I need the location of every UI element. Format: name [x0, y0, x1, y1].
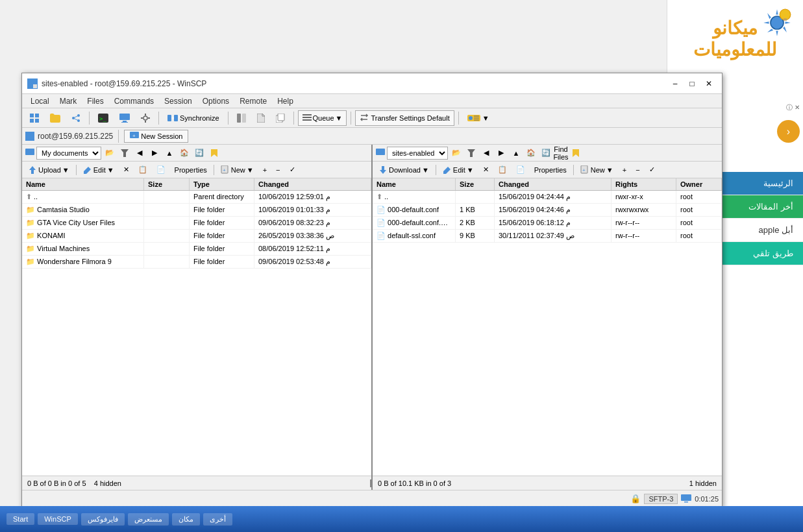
menu-mark[interactable]: Mark — [55, 95, 82, 107]
settings-btn[interactable] — [136, 110, 154, 126]
new-session-btn[interactable]: + New Session — [124, 130, 188, 143]
left-nav-up[interactable]: ▲ — [163, 147, 176, 160]
menu-options[interactable]: Options — [197, 95, 234, 107]
right-col-size[interactable]: Size — [456, 178, 495, 190]
left-nav-home[interactable]: 🏠 — [178, 147, 191, 160]
right-file-row-0[interactable]: 📄 000-default.conf 1 KB 15/06/2019 04:24… — [373, 204, 722, 217]
left-col-name[interactable]: Name — [22, 178, 144, 190]
menu-remote[interactable]: Remote — [234, 95, 272, 107]
left-col-type[interactable]: Type — [190, 178, 254, 190]
maximize-button[interactable]: □ — [684, 77, 700, 91]
right-delete-btn[interactable]: ✕ — [479, 163, 493, 177]
ad-close-button[interactable]: ⓘ ✕ — [783, 102, 803, 114]
svg-rect-49 — [376, 149, 385, 155]
left-nav-bookmarks[interactable] — [208, 147, 221, 160]
left-file-list[interactable]: Name Size Type Changed ⬆ .. Parent direc… — [22, 178, 371, 476]
right-file-row-1[interactable]: 📄 000-default.conf.save 2 KB 15/06/2019 … — [373, 217, 722, 230]
right-remove-btn[interactable]: − — [632, 163, 643, 177]
right-nav-forward[interactable]: ▶ — [495, 147, 508, 160]
right-properties-btn[interactable]: Properties — [530, 163, 571, 177]
left-remove-btn[interactable]: − — [272, 163, 284, 177]
left-edit-btn[interactable]: Edit ▼ — [79, 163, 118, 177]
right-add-btn[interactable]: + — [619, 163, 630, 177]
left-file-row-0[interactable]: 📁 Camtasia Studio File folder 10/06/2019… — [22, 204, 371, 217]
right-col-changed[interactable]: Changed — [495, 178, 612, 190]
menu-local[interactable]: Local — [25, 95, 55, 107]
right-file-list[interactable]: Name Size Changed Rights Owner ⬆ .. 15/0… — [373, 178, 722, 476]
left-col-size[interactable]: Size — [144, 178, 190, 190]
left-file-name-1: 📁 GTA Vice City User Files — [22, 217, 144, 229]
menu-session[interactable]: Session — [159, 95, 197, 107]
left-move-btn[interactable]: 📄 — [153, 163, 169, 177]
taskbar-item-3[interactable]: مستعرض — [128, 513, 169, 526]
left-nav-back[interactable]: ◀ — [133, 147, 146, 160]
left-file-row-4[interactable]: 📁 Wondershare Filmora 9 File folder 09/0… — [22, 256, 371, 269]
right-nav-bookmarks[interactable] — [569, 147, 582, 160]
taskbar-item-0[interactable]: Start — [6, 513, 34, 525]
left-file-row-1[interactable]: 📁 GTA Vice City User Files File folder 0… — [22, 217, 371, 230]
taskbar-item-1[interactable]: WinSCP — [38, 513, 78, 525]
right-find-files[interactable]: Find Files — [554, 147, 567, 160]
left-nav-refresh[interactable]: 🔄 — [193, 147, 206, 160]
left-new-btn[interactable]: + New ▼ — [217, 163, 258, 177]
minimize-button[interactable]: – — [667, 77, 683, 91]
left-delete-btn[interactable]: ✕ — [119, 163, 133, 177]
right-file-rights-0: rwxrwxrwx — [612, 204, 676, 216]
left-file-row-2[interactable]: 📁 KONAMI File folder 26/05/2019 03:38:36… — [22, 230, 371, 243]
right-edit-btn[interactable]: Edit ▼ — [439, 163, 478, 177]
queue-btn[interactable]: Queue ▼ — [298, 110, 347, 126]
download-btn[interactable]: Download ▼ — [375, 163, 433, 177]
left-col-changed[interactable]: Changed — [254, 178, 371, 190]
close-button[interactable]: ✕ — [701, 77, 717, 91]
copy-btn[interactable] — [271, 110, 290, 126]
site-manager-btn[interactable]: ▼ — [463, 110, 494, 126]
left-file-type-parent: Parent directory — [190, 191, 254, 203]
right-file-row-2[interactable]: 📄 default-ssl.conf 9 KB 30/11/2011 02:37… — [373, 230, 722, 243]
left-check-btn[interactable]: ✓ — [286, 163, 299, 177]
right-col-owner[interactable]: Owner — [676, 178, 722, 190]
right-col-name[interactable]: Name — [373, 178, 456, 190]
right-nav-open[interactable]: 📂 — [450, 147, 463, 160]
left-nav-open[interactable]: 📂 — [103, 147, 116, 160]
file-btn[interactable] — [253, 110, 269, 126]
left-nav-filter[interactable] — [118, 147, 131, 160]
right-col-rights[interactable]: Rights — [612, 178, 676, 190]
left-path-select[interactable]: My documents — [36, 147, 101, 160]
menu-files[interactable]: Files — [82, 95, 108, 107]
grid-view-btn[interactable] — [25, 110, 43, 126]
right-nav-refresh[interactable]: 🔄 — [539, 147, 552, 160]
left-file-row-3[interactable]: 📁 Virtual Machines File folder 08/06/201… — [22, 243, 371, 256]
left-pane-btn[interactable] — [232, 110, 251, 126]
right-check-btn[interactable]: ✓ — [645, 163, 659, 177]
left-add-btn[interactable]: + — [259, 163, 271, 177]
taskbar-item-2[interactable]: فايرفوكس — [81, 513, 125, 526]
terminal-btn[interactable]: >_ — [93, 110, 113, 126]
folder-btn[interactable] — [45, 110, 65, 126]
remote-btn[interactable] — [115, 110, 134, 126]
right-nav-up[interactable]: ▲ — [510, 147, 523, 160]
left-properties-btn[interactable]: Properties — [171, 163, 211, 177]
left-copy-btn[interactable]: 📋 — [134, 163, 151, 177]
upload-btn[interactable]: Upload ▼ — [24, 163, 73, 177]
menu-help[interactable]: Help — [272, 95, 299, 107]
right-path-select[interactable]: sites-enabled — [387, 147, 448, 160]
right-file-row-parent[interactable]: ⬆ .. 15/06/2019 04:24:44 م rwxr-xr-x roo… — [373, 191, 722, 204]
left-file-row-parent[interactable]: ⬆ .. Parent directory 10/06/2019 12:59:0… — [22, 191, 371, 204]
synchronize-btn[interactable]: Synchronize — [163, 110, 224, 126]
taskbar-item-5[interactable]: أخرى — [203, 513, 232, 526]
session-icon — [25, 132, 34, 141]
left-file-name-0: 📁 Camtasia Studio — [22, 204, 144, 216]
left-nav-forward[interactable]: ▶ — [148, 147, 161, 160]
share-btn[interactable] — [67, 110, 85, 126]
transfer-settings[interactable]: Transfer Settings Default — [355, 110, 454, 126]
right-copy-btn[interactable]: 📋 — [494, 163, 511, 177]
taskbar-item-4[interactable]: مكان — [172, 513, 200, 526]
right-nav-back[interactable]: ◀ — [480, 147, 493, 160]
right-nav-filter[interactable] — [465, 147, 478, 160]
arrow-button[interactable]: › — [777, 120, 800, 143]
right-new-btn[interactable]: + New ▼ — [576, 163, 617, 177]
right-nav-home[interactable]: 🏠 — [525, 147, 537, 160]
menu-commands[interactable]: Commands — [109, 95, 159, 107]
conf-file-icon-2: 📄 — [377, 232, 386, 239]
right-move-btn[interactable]: 📄 — [512, 163, 529, 177]
